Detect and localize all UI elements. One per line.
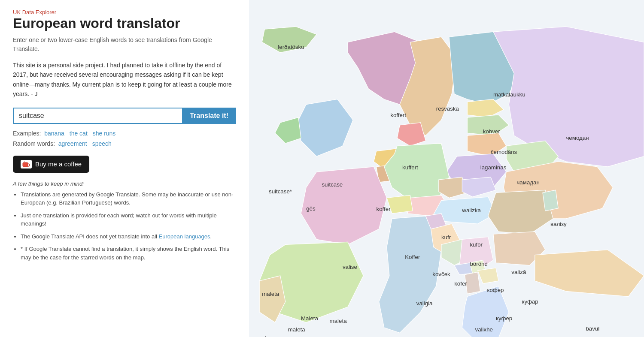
note-text-1: Translations are generated by Google Tra… bbox=[21, 191, 233, 206]
examples-label: Examples: bbox=[13, 130, 41, 137]
example-banana[interactable]: banana bbox=[44, 130, 64, 137]
note-item-4: * If Google Translate cannot find a tran… bbox=[21, 245, 236, 262]
examples-row: Examples: banana the cat she runs bbox=[13, 130, 236, 137]
search-form: Translate it! bbox=[13, 108, 236, 124]
label-kufar: куфар bbox=[522, 298, 538, 305]
european-languages-link[interactable]: European languages bbox=[159, 233, 210, 240]
search-input[interactable] bbox=[13, 108, 182, 124]
subtitle: Enter one or two lower-case English word… bbox=[13, 36, 236, 54]
label-bavul: bavul bbox=[586, 325, 599, 332]
brand-link[interactable]: UK Data Explorer bbox=[13, 9, 56, 15]
random-row: Random words: agreement speech bbox=[13, 140, 236, 147]
note-item-2: Just one translation is provided for eac… bbox=[21, 211, 236, 228]
coffee-label: Buy me a coffee bbox=[35, 160, 82, 168]
notes-list: Translations are generated by Google Tra… bbox=[13, 190, 236, 262]
label-maleta-es4: maleta bbox=[330, 318, 347, 324]
description: This site is a personal side project. I … bbox=[13, 60, 236, 99]
left-panel: UK Data Explorer European word translato… bbox=[0, 0, 249, 337]
label-valizu: валізу bbox=[550, 221, 567, 227]
label-maleta-es3: maleta bbox=[288, 326, 306, 333]
example-the-cat[interactable]: the cat bbox=[70, 130, 88, 137]
label-suitcase-star: suitcase* bbox=[269, 188, 292, 195]
coffee-icon bbox=[21, 160, 32, 168]
label-valiza: valiză bbox=[511, 269, 526, 275]
note-text-2: Just one translation is provided for eac… bbox=[21, 212, 217, 227]
buy-coffee-button[interactable]: Buy me a coffee bbox=[13, 156, 89, 173]
random-speech[interactable]: speech bbox=[92, 140, 112, 147]
example-she-runs[interactable]: she runs bbox=[93, 130, 116, 137]
page-title: European word translator bbox=[13, 15, 236, 31]
map-container: ferðatösku matkalaukku resväska koffert … bbox=[249, 0, 644, 337]
translate-button[interactable]: Translate it! bbox=[182, 108, 236, 124]
label-kofer: kofer bbox=[454, 280, 467, 287]
notes-section: A few things to keep in mind: Translatio… bbox=[13, 181, 236, 262]
note-item-3: The Google Translate API does not yet tr… bbox=[21, 232, 236, 241]
notes-heading: A few things to keep in mind: bbox=[13, 181, 236, 187]
random-agreement[interactable]: agreement bbox=[58, 140, 87, 147]
label-mala: mala bbox=[257, 335, 269, 337]
note-text-4: * If Google Translate cannot find a tran… bbox=[21, 246, 229, 261]
random-label: Random words: bbox=[13, 140, 55, 147]
note-item-1: Translations are generated by Google Tra… bbox=[21, 190, 236, 207]
svg-rect-0 bbox=[23, 162, 28, 167]
